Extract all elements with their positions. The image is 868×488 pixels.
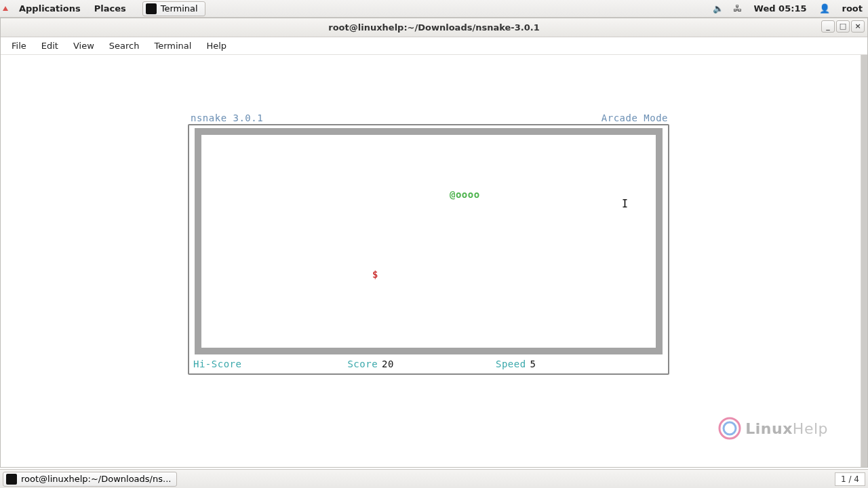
applications-tri-icon: [3, 6, 8, 11]
user-icon: [819, 3, 830, 14]
menu-help[interactable]: Help: [199, 39, 233, 53]
volume-icon[interactable]: [713, 3, 724, 14]
scrollbar[interactable]: [861, 55, 867, 467]
taskbar-entry-label: root@linuxhelp:~/Downloads/ns...: [21, 474, 171, 484]
taskbar-entry[interactable]: root@linuxhelp:~/Downloads/ns...: [3, 472, 177, 487]
window-close-button[interactable]: ×: [851, 20, 865, 33]
menu-search[interactable]: Search: [102, 39, 146, 53]
menu-file[interactable]: File: [5, 39, 33, 53]
menu-view[interactable]: View: [66, 39, 101, 53]
desktop-bottom-panel: root@linuxhelp:~/Downloads/ns... 1 / 4: [0, 469, 868, 488]
game-title: nsnake 3.0.1: [191, 113, 263, 123]
desktop-top-panel: Applications Places Terminal Wed 05:15 r…: [0, 0, 868, 18]
terminal-icon: [146, 3, 157, 14]
user-menu[interactable]: root: [840, 3, 866, 14]
text-cursor: I: [622, 198, 629, 210]
game-mode: Arcade Mode: [601, 113, 668, 123]
game-frame: nsnake 3.0.1 Arcade Mode @oooo $ I Hi-Sc…: [188, 113, 669, 375]
places-menu[interactable]: Places: [92, 3, 129, 14]
clock[interactable]: Wed 05:15: [751, 3, 810, 14]
linuxhelp-watermark: LinuxHelp: [718, 417, 828, 440]
speed-label: Speed: [496, 359, 526, 369]
linuxhelp-logo-icon: [718, 417, 741, 440]
speed-value: 5: [530, 359, 536, 369]
game-outer-border: @oooo $ I Hi-Score Score 20 Speed 5: [188, 124, 669, 375]
terminal-window: root@linuxhelp:~/Downloads/nsnake-3.0.1 …: [0, 18, 868, 468]
menu-edit[interactable]: Edit: [35, 39, 65, 53]
window-maximize-button[interactable]: □: [836, 20, 850, 33]
terminal-icon: [6, 474, 17, 485]
top-active-app-label: Terminal: [161, 3, 198, 14]
menubar: File Edit View Search Terminal Help: [1, 37, 867, 55]
score-label: Score: [347, 359, 378, 369]
window-minimize-button[interactable]: _: [821, 20, 835, 33]
window-titlebar[interactable]: root@linuxhelp:~/Downloads/nsnake-3.0.1 …: [1, 18, 867, 37]
game-playfield: @oooo $ I: [195, 128, 663, 354]
watermark-text-b: Help: [793, 420, 828, 437]
network-icon[interactable]: [733, 3, 742, 14]
workspace-indicator[interactable]: 1 / 4: [835, 472, 865, 486]
top-active-app[interactable]: Terminal: [142, 1, 205, 16]
svg-point-1: [724, 422, 736, 434]
applications-menu[interactable]: Applications: [16, 3, 83, 14]
food: $: [372, 269, 378, 280]
scrollbar-thumb[interactable]: [861, 55, 867, 467]
score-value: 20: [382, 359, 394, 369]
hiscore-label: Hi-Score: [193, 359, 241, 369]
status-line: Hi-Score Score 20 Speed 5: [191, 357, 667, 372]
watermark-text-a: Linux: [745, 420, 793, 437]
snake: @oooo: [450, 189, 480, 200]
window-title: root@linuxhelp:~/Downloads/nsnake-3.0.1: [328, 22, 539, 33]
terminal-content[interactable]: nsnake 3.0.1 Arcade Mode @oooo $ I Hi-Sc…: [1, 55, 861, 467]
menu-terminal[interactable]: Terminal: [147, 39, 198, 53]
